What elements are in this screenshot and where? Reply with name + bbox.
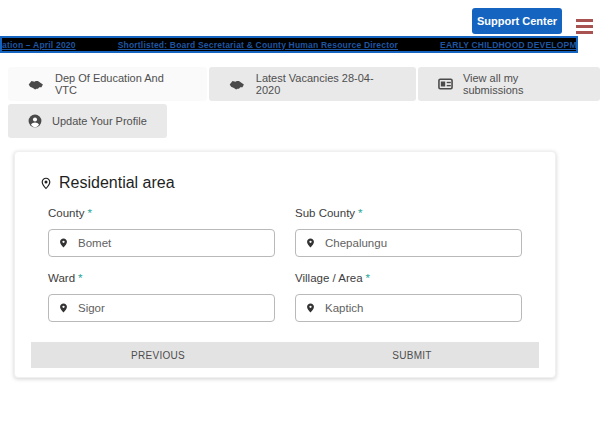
ticker-link[interactable]: EARLY CHILDHOOD DEVELOPMENT & EDUCATION … (440, 40, 578, 50)
location-pin-icon (305, 301, 316, 315)
ward-input[interactable] (48, 294, 275, 322)
form-fields: County* Sub County* (31, 207, 539, 322)
previous-button[interactable]: PREVIOUS (31, 342, 285, 368)
ticker-link[interactable]: ation – April 2020 (2, 40, 76, 50)
main-content: Residential area County* Sub County* (0, 138, 600, 378)
ballot-icon (438, 78, 453, 90)
ward-field: Ward* (48, 272, 275, 322)
hamburger-menu-icon[interactable] (576, 19, 593, 34)
tab-label: Latest Vacancies 28-04-2020 (256, 72, 396, 96)
support-center-button[interactable]: Support Center (472, 8, 562, 34)
county-label: County* (48, 207, 275, 219)
ward-label: Ward* (48, 272, 275, 284)
card-title: Residential area (31, 174, 539, 192)
county-input[interactable] (48, 229, 275, 257)
news-ticker: ation – April 2020 Shortlisted: Board Se… (0, 36, 578, 53)
required-marker: * (366, 272, 370, 284)
required-marker: * (78, 272, 82, 284)
form-button-bar: PREVIOUS SUBMIT (31, 342, 539, 368)
sub-county-field: Sub County* (295, 207, 522, 257)
tab-bar: Dep Of Education And VTC Latest Vacancie… (0, 53, 600, 138)
location-pin-icon (58, 301, 69, 315)
county-field: County* (48, 207, 275, 257)
sub-county-input[interactable] (295, 229, 522, 257)
submit-button[interactable]: SUBMIT (285, 342, 539, 368)
required-marker: * (358, 207, 362, 219)
sub-county-label: Sub County* (295, 207, 522, 219)
location-pin-icon (58, 236, 69, 250)
village-area-input[interactable] (295, 294, 522, 322)
tab-label: View all my submissions (463, 72, 580, 96)
residential-area-card: Residential area County* Sub County* (14, 151, 556, 378)
location-pin-icon (305, 236, 316, 250)
tab-dep-of-education-and-vtc[interactable]: Dep Of Education And VTC (8, 67, 207, 101)
tab-label: Dep Of Education And VTC (55, 72, 187, 96)
tab-label: Update Your Profile (52, 115, 147, 127)
account-icon (28, 114, 42, 128)
top-bar: Support Center (0, 0, 600, 36)
tab-update-your-profile[interactable]: Update Your Profile (8, 104, 167, 138)
tab-latest-vacancies[interactable]: Latest Vacancies 28-04-2020 (209, 67, 416, 101)
page-title: Residential area (59, 174, 175, 192)
location-pin-icon (39, 175, 53, 192)
village-area-label: Village / Area* (295, 272, 522, 284)
handshake-icon (28, 79, 45, 90)
tab-view-all-my-submissions[interactable]: View all my submissions (418, 67, 600, 101)
required-marker: * (87, 207, 91, 219)
ticker-link[interactable]: Shortlisted: Board Secretariat & County … (118, 40, 398, 50)
handshake-icon (229, 79, 246, 90)
village-area-field: Village / Area* (295, 272, 522, 322)
